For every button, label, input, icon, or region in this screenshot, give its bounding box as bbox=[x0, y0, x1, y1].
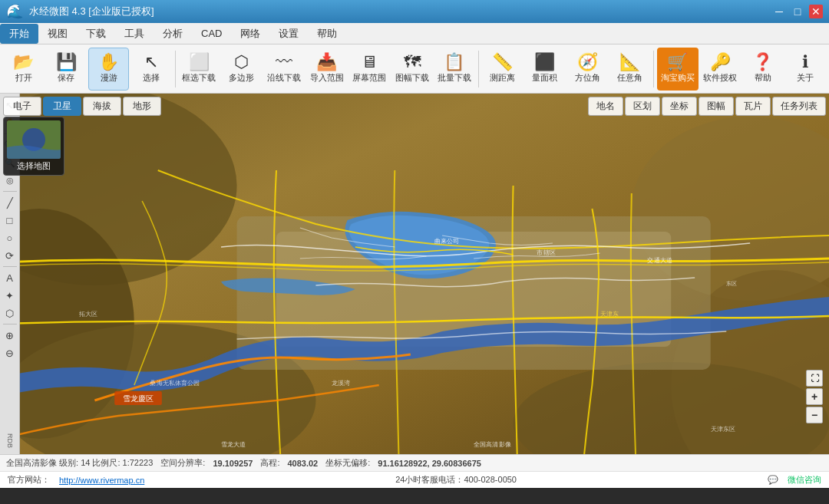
help-label: 帮助 bbox=[755, 72, 771, 84]
pan-button[interactable]: ✋ 漫游 bbox=[88, 48, 130, 91]
map-container[interactable]: 雪龙慶区 曲来公司 市辖区 交通大道 天津东 东区 天津东区 雪龙大道 全国高清… bbox=[0, 94, 829, 454]
measure-dist-button[interactable]: 📏 测距离 bbox=[482, 48, 523, 91]
license-icon: 🔑 bbox=[710, 54, 731, 71]
polygon-button[interactable]: ⬡ 多边形 bbox=[221, 48, 262, 91]
svg-text:龙溪湾: 龙溪湾 bbox=[332, 380, 350, 387]
titlebar: 🌊 水经微图 4.3 [企业版已授权] ─ □ ✕ bbox=[0, 0, 829, 23]
tool-polygon2[interactable]: ⬡ bbox=[2, 305, 18, 321]
menu-analysis[interactable]: 分析 bbox=[154, 24, 192, 44]
tool-line[interactable]: ╱ bbox=[2, 194, 18, 211]
menu-tools[interactable]: 工具 bbox=[115, 24, 154, 44]
taobao-button[interactable]: 🛒 淘宝购买 bbox=[657, 48, 698, 91]
separator-4 bbox=[3, 324, 17, 324]
select-button[interactable]: ↖ 选择 bbox=[130, 48, 171, 91]
tool-remove[interactable]: ⊖ bbox=[2, 344, 18, 361]
menu-view[interactable]: 视图 bbox=[38, 24, 77, 44]
main-area: ↖ ✋ 🔍 🔍 ◎ ╱ □ ○ ⟳ A ✦ ⬡ ⊕ ⊖ RDB bbox=[0, 94, 829, 454]
line-download-button[interactable]: 〰 沿线下载 bbox=[264, 48, 305, 91]
tool-star[interactable]: ✦ bbox=[2, 287, 18, 304]
taobao-icon: 🛒 bbox=[667, 54, 688, 71]
about-label: 关于 bbox=[797, 72, 814, 84]
wechat-icon: 💬 bbox=[768, 475, 778, 485]
help-button[interactable]: ❓ 帮助 bbox=[742, 48, 783, 91]
tab-tiles[interactable]: 瓦片 bbox=[735, 97, 771, 116]
measure-area-icon: ⬛ bbox=[534, 54, 555, 71]
tool-text[interactable]: A bbox=[2, 269, 18, 286]
angle-icon: 📐 bbox=[619, 54, 640, 71]
zoom-out-btn[interactable]: − bbox=[806, 407, 823, 423]
svg-text:市辖区: 市辖区 bbox=[537, 249, 555, 256]
map-zoom-controls: ⛶ + − bbox=[806, 370, 823, 423]
help-icon: ❓ bbox=[752, 54, 773, 71]
tab-satellite[interactable]: 卫星 bbox=[43, 97, 81, 116]
grid-download-label: 图幅下载 bbox=[395, 72, 429, 84]
tool-rotate[interactable]: ⟳ bbox=[2, 247, 18, 264]
toolbar: 📂 打开 💾 保存 ✋ 漫游 ↖ 选择 ⬜ 框选下载 ⬡ 多边形 〰 沿线下载 … bbox=[0, 44, 829, 94]
website-link[interactable]: http://www.rivermap.cn bbox=[59, 476, 144, 485]
measure-dist-icon: 📏 bbox=[492, 54, 513, 71]
select-icon: ↖ bbox=[144, 54, 158, 71]
save-label: 保存 bbox=[58, 72, 74, 84]
bearing-label: 方位角 bbox=[575, 72, 600, 84]
angle-button[interactable]: 📐 任意角 bbox=[609, 48, 650, 91]
svg-text:东区: 东区 bbox=[726, 281, 737, 287]
tab-electronic[interactable]: 电子 bbox=[3, 97, 41, 116]
menu-settings[interactable]: 设置 bbox=[269, 24, 308, 44]
bearing-button[interactable]: 🧭 方位角 bbox=[566, 48, 607, 91]
menu-start[interactable]: 开始 bbox=[0, 24, 38, 44]
measure-area-button[interactable]: ⬛ 量面积 bbox=[524, 48, 565, 91]
tab-terrain[interactable]: 地形 bbox=[123, 97, 161, 116]
tool-ellipse[interactable]: ○ bbox=[2, 229, 18, 246]
coord-label: 坐标无偏移: bbox=[325, 457, 370, 469]
box-download-button[interactable]: ⬜ 框选下载 bbox=[179, 48, 220, 91]
chooser-preview bbox=[7, 120, 61, 159]
box-download-icon: ⬜ bbox=[189, 54, 210, 71]
svg-text:雪龙大道: 雪龙大道 bbox=[221, 441, 246, 448]
grid-download-button[interactable]: 🗺 图幅下载 bbox=[391, 48, 432, 91]
license-label: 软件授权 bbox=[703, 72, 737, 84]
tool-rect[interactable]: □ bbox=[2, 212, 18, 229]
bearing-icon: 🧭 bbox=[577, 54, 598, 71]
polygon-label: 多边形 bbox=[229, 72, 254, 84]
svg-text:天津东: 天津东 bbox=[600, 311, 619, 318]
divider-1 bbox=[175, 51, 176, 87]
open-label: 打开 bbox=[15, 72, 32, 84]
menu-cad[interactable]: CAD bbox=[192, 25, 231, 42]
tab-placename[interactable]: 地名 bbox=[588, 97, 623, 116]
wechat-label: 微信咨询 bbox=[788, 474, 821, 486]
tab-elevation[interactable]: 海拔 bbox=[83, 97, 121, 116]
close-button[interactable]: ✕ bbox=[809, 5, 823, 18]
svg-text:天津东区: 天津东区 bbox=[711, 426, 735, 433]
wechat-section[interactable]: 💬 微信咨询 bbox=[768, 474, 821, 486]
zoom-in-btn[interactable]: + bbox=[806, 388, 823, 405]
maximize-button[interactable]: □ bbox=[791, 5, 804, 18]
open-button[interactable]: 📂 打开 bbox=[3, 48, 44, 91]
about-button[interactable]: ℹ 关于 bbox=[785, 48, 826, 91]
elevation-label: 高程: bbox=[260, 457, 279, 469]
screen-icon: 🖥 bbox=[361, 54, 378, 71]
menu-help[interactable]: 帮助 bbox=[308, 24, 346, 44]
menubar: 开始 视图 下载 工具 分析 CAD 网络 设置 帮助 bbox=[0, 23, 829, 44]
tab-coordinates[interactable]: 坐标 bbox=[662, 97, 697, 116]
phone-section: 24小时客服电话：400-028-0050 bbox=[395, 474, 517, 486]
about-icon: ℹ bbox=[802, 54, 808, 71]
minimize-button[interactable]: ─ bbox=[772, 5, 786, 18]
app-title: 水经微图 4.3 [企业版已授权] bbox=[29, 5, 154, 18]
batch-download-button[interactable]: 📋 批量下载 bbox=[434, 48, 474, 91]
menu-download[interactable]: 下载 bbox=[77, 24, 115, 44]
tab-grid[interactable]: 图幅 bbox=[699, 97, 734, 116]
svg-text:交通大道: 交通大道 bbox=[647, 257, 672, 264]
resolution-label: 空间分辨率: bbox=[160, 457, 205, 469]
license-button[interactable]: 🔑 软件授权 bbox=[700, 48, 741, 91]
tab-district[interactable]: 区划 bbox=[625, 97, 660, 116]
tab-tasklist[interactable]: 任务列表 bbox=[772, 97, 826, 116]
line-download-icon: 〰 bbox=[276, 54, 292, 71]
screen-button[interactable]: 🖥 屏幕范围 bbox=[348, 48, 389, 91]
import-button[interactable]: 📥 导入范围 bbox=[306, 48, 347, 91]
save-button[interactable]: 💾 保存 bbox=[45, 48, 86, 91]
menu-network[interactable]: 网络 bbox=[231, 24, 269, 44]
zoom-full[interactable]: ⛶ bbox=[806, 370, 823, 387]
tool-add[interactable]: ⊕ bbox=[2, 327, 18, 344]
elevation-value: 4083.02 bbox=[287, 459, 318, 468]
map-chooser-panel[interactable]: 选择地图 bbox=[3, 117, 64, 176]
